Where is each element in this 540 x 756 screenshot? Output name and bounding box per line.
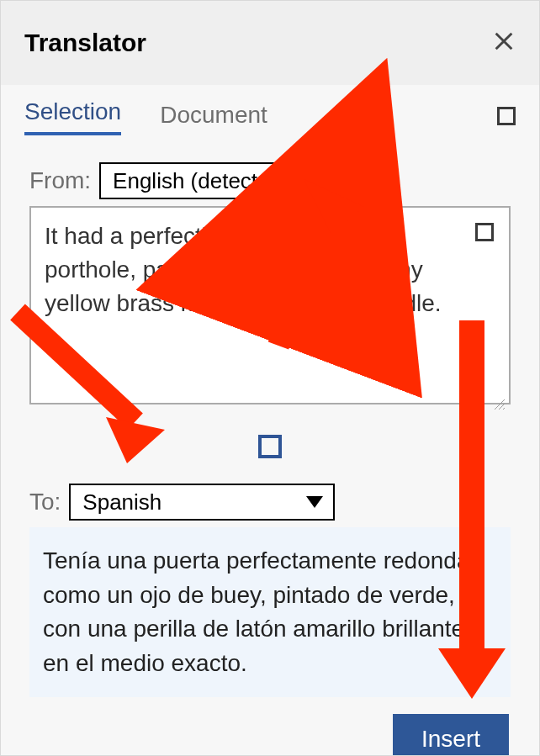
close-icon[interactable] bbox=[492, 29, 516, 56]
to-label: To: bbox=[29, 489, 61, 515]
resize-handle-icon[interactable] bbox=[493, 387, 506, 400]
tab-list: Selection Document bbox=[24, 85, 267, 135]
swap-row bbox=[29, 435, 511, 462]
from-language-select[interactable]: English (detected) bbox=[99, 162, 377, 199]
pane-title: Translator bbox=[24, 29, 146, 57]
from-row: From: English (detected) bbox=[29, 162, 511, 199]
to-language-select[interactable]: Spanish bbox=[69, 484, 335, 521]
to-row: To: Spanish bbox=[29, 484, 511, 521]
source-text-area[interactable]: It had a perfectly round door like a por… bbox=[29, 206, 511, 404]
pane-header: Translator bbox=[1, 1, 539, 85]
button-row: Insert bbox=[1, 697, 539, 756]
tab-selection[interactable]: Selection bbox=[24, 98, 121, 135]
from-label: From: bbox=[29, 167, 91, 194]
tab-document[interactable]: Document bbox=[160, 102, 267, 135]
translated-text-area: Tenía una puerta perfectamente redonda c… bbox=[29, 527, 511, 697]
from-language-value: English (detected) bbox=[113, 168, 289, 194]
chevron-down-icon bbox=[348, 175, 365, 187]
translator-pane: From: English (detected) It had a perfec… bbox=[1, 135, 539, 697]
insert-button[interactable]: Insert bbox=[393, 714, 509, 756]
maximize-icon[interactable] bbox=[497, 107, 516, 125]
copy-icon[interactable] bbox=[475, 223, 494, 241]
swap-languages-icon[interactable] bbox=[258, 435, 282, 458]
translated-text: Tenía una puerta perfectamente redonda c… bbox=[43, 547, 469, 676]
to-language-value: Spanish bbox=[82, 489, 161, 515]
source-text: It had a perfectly round door like a por… bbox=[45, 223, 442, 316]
chevron-down-icon bbox=[306, 496, 323, 508]
tab-bar: Selection Document bbox=[1, 85, 539, 135]
